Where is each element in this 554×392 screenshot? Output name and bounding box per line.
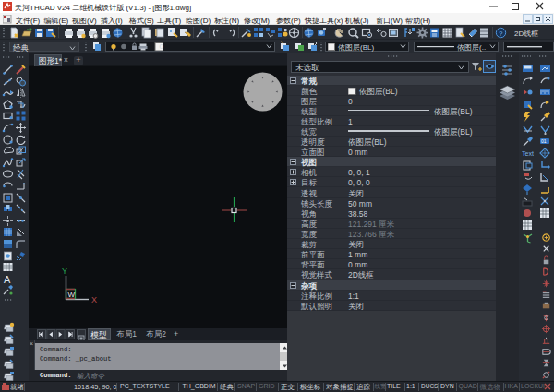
svg-text:Text: Text — [522, 150, 534, 157]
svg-text:?: ? — [499, 30, 503, 38]
svg-text:X: X — [91, 295, 97, 304]
svg-text:Y: Y — [62, 267, 67, 276]
svg-text:01: 01 — [541, 138, 547, 144]
svg-text:W: W — [68, 291, 76, 299]
